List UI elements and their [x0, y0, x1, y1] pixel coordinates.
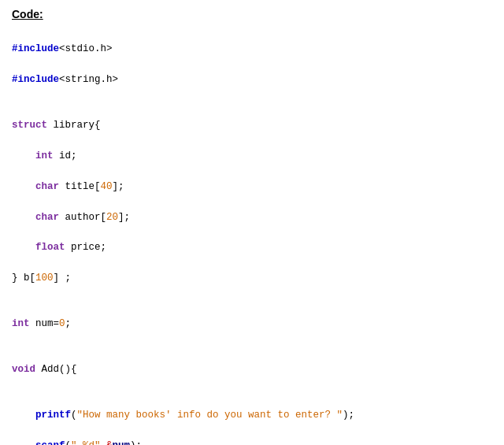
code-block: #include<stdio.h> #include<string.h> str… [12, 27, 492, 445]
page-title: Code: [12, 8, 492, 20]
